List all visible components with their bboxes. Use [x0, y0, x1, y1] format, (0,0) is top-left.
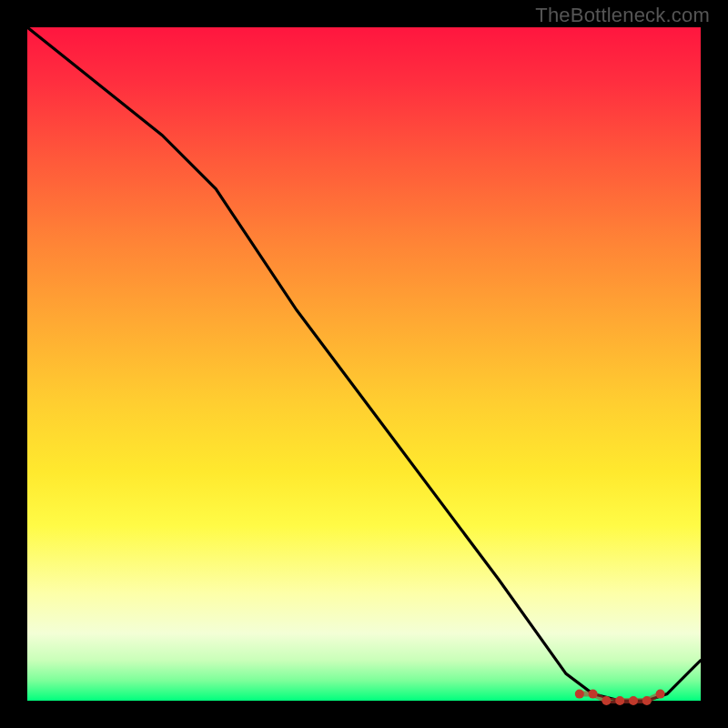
optimum-marker [589, 690, 598, 699]
watermark-label: TheBottleneck.com [535, 4, 710, 27]
optimum-marker [575, 690, 584, 699]
optimum-marker [602, 696, 611, 705]
optimum-marker [642, 696, 652, 705]
optimum-markers [575, 690, 665, 705]
chart-frame: TheBottleneck.com [0, 0, 728, 728]
optimum-marker [656, 690, 665, 699]
optimum-marker [629, 696, 638, 705]
plot-area [27, 27, 701, 701]
curve-line [27, 27, 701, 701]
optimum-marker [615, 696, 624, 705]
chart-svg [27, 27, 701, 701]
